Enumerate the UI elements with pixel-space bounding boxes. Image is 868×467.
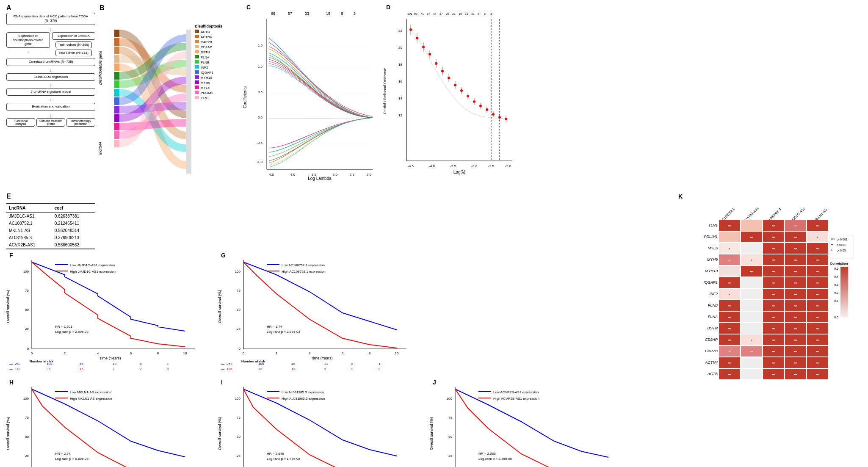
svg-text:Log-rank p = 2.48e-05: Log-rank p = 2.48e-05 bbox=[478, 457, 512, 461]
svg-text:0: 0 bbox=[351, 367, 354, 371]
svg-text:6: 6 bbox=[342, 351, 344, 355]
svg-text:FLNB: FLNB bbox=[708, 303, 718, 307]
svg-text:**: ** bbox=[750, 351, 753, 354]
svg-text:Correlation: Correlation bbox=[830, 262, 848, 265]
svg-text:HR = 1.74: HR = 1.74 bbox=[267, 325, 282, 329]
svg-text:20: 20 bbox=[398, 46, 402, 50]
svg-text:0.1: 0.1 bbox=[834, 299, 838, 302]
panel-j-svg: J Overall survival (%) Time (Years) 0 25… bbox=[428, 379, 639, 467]
svg-text:71: 71 bbox=[420, 12, 424, 15]
svg-text:***: *** bbox=[794, 305, 797, 308]
svg-text:8: 8 bbox=[157, 351, 159, 355]
svg-text:***: *** bbox=[794, 271, 797, 274]
svg-text:***: *** bbox=[794, 293, 797, 296]
svg-text:MYL6: MYL6 bbox=[201, 86, 210, 90]
svg-text:***: *** bbox=[794, 339, 797, 342]
svg-text:16: 16 bbox=[398, 80, 402, 83]
svg-text:***: *** bbox=[816, 293, 819, 296]
svg-text:Overall survival (%): Overall survival (%) bbox=[218, 417, 222, 450]
svg-text:*: * bbox=[751, 259, 752, 262]
svg-text:***: *** bbox=[794, 373, 797, 376]
svg-text:-4.0: -4.0 bbox=[429, 164, 435, 168]
svg-text:0.5: 0.5 bbox=[834, 267, 838, 270]
svg-text:Log-rank p = 1.45e-08: Log-rank p = 1.45e-08 bbox=[267, 457, 300, 461]
panel-b: B Disulfidoptosis gene lncRNA bbox=[97, 4, 241, 191]
svg-text:ACTN4: ACTN4 bbox=[201, 35, 212, 39]
svg-rect-4 bbox=[114, 38, 119, 46]
svg-text:13: 13 bbox=[465, 12, 468, 15]
svg-rect-195 bbox=[267, 264, 279, 265]
col-header-lncrna: LncRNA bbox=[6, 204, 52, 213]
svg-text:MYH10: MYH10 bbox=[705, 269, 718, 273]
svg-rect-39 bbox=[195, 80, 199, 84]
svg-text:0.3: 0.3 bbox=[834, 283, 838, 286]
lncrna-name-3: MKLN1-AS bbox=[6, 227, 52, 234]
svg-text:p<0.05: p<0.05 bbox=[837, 249, 846, 252]
svg-text:3: 3 bbox=[354, 11, 356, 16]
svg-text:HR = 1.501: HR = 1.501 bbox=[55, 325, 72, 329]
svg-text:IQGAP1: IQGAP1 bbox=[703, 280, 718, 285]
svg-text:0: 0 bbox=[239, 347, 241, 351]
svg-text:Disulfidoptosis gene: Disulfidoptosis gene bbox=[98, 51, 102, 85]
svg-rect-232 bbox=[55, 391, 68, 392]
table-row: AC108752.1 0.212465411 bbox=[6, 220, 95, 227]
svg-text:***: *** bbox=[794, 316, 797, 319]
svg-text:***: *** bbox=[728, 373, 731, 376]
svg-rect-19 bbox=[195, 30, 199, 33]
svg-text:32: 32 bbox=[258, 367, 262, 371]
svg-text:FLNA: FLNA bbox=[708, 315, 718, 319]
svg-text:0.0: 0.0 bbox=[258, 116, 263, 119]
svg-text:***: *** bbox=[772, 282, 775, 285]
svg-text:-3.5: -3.5 bbox=[310, 173, 316, 177]
svg-text:Log Lambda: Log Lambda bbox=[308, 176, 332, 181]
svg-text:Disulfidoptosis: Disulfidoptosis bbox=[195, 24, 222, 28]
panel-c-svg: C 96 57 33 15 8 3 Coefficients Log Lambd… bbox=[241, 4, 381, 191]
svg-rect-23 bbox=[195, 40, 199, 43]
svg-text:100: 100 bbox=[235, 270, 241, 274]
svg-point-109 bbox=[409, 28, 412, 31]
svg-text:75: 75 bbox=[448, 416, 452, 420]
svg-text:75: 75 bbox=[237, 416, 240, 420]
svg-text:-2.5: -2.5 bbox=[488, 164, 494, 168]
panel-e-label: E bbox=[6, 193, 11, 200]
svg-text:G: G bbox=[221, 252, 226, 259]
svg-text:***: *** bbox=[794, 328, 797, 331]
svg-text:2: 2 bbox=[140, 367, 142, 371]
svg-rect-17 bbox=[186, 30, 191, 174]
svg-text:0: 0 bbox=[27, 347, 29, 351]
svg-text:50: 50 bbox=[237, 435, 240, 439]
svg-text:CAPZB: CAPZB bbox=[201, 40, 212, 44]
svg-text:FLNA: FLNA bbox=[201, 55, 210, 59]
svg-text:***: *** bbox=[794, 362, 797, 365]
svg-text:***: *** bbox=[831, 238, 835, 241]
svg-text:-4.5: -4.5 bbox=[268, 173, 274, 177]
svg-rect-269 bbox=[267, 391, 279, 392]
lncrna-name-2: AC108752.1 bbox=[6, 220, 52, 227]
svg-rect-356 bbox=[741, 243, 762, 254]
svg-text:0: 0 bbox=[379, 367, 381, 371]
svg-text:***: *** bbox=[772, 248, 775, 251]
svg-text:7: 7 bbox=[113, 367, 115, 371]
svg-text:50: 50 bbox=[448, 435, 452, 439]
svg-rect-15 bbox=[114, 131, 119, 139]
table-row: MKLN1-AS 0.562048314 bbox=[6, 227, 95, 234]
svg-text:PDLIM1: PDLIM1 bbox=[704, 235, 718, 239]
svg-text:High ACVR2B-AS1 expression: High ACVR2B-AS1 expression bbox=[493, 397, 539, 401]
svg-text:High MKLN1-AS expression: High MKLN1-AS expression bbox=[70, 397, 112, 401]
left-bottom: E LncRNA coef JMJD1C-AS1 0.626387381 bbox=[4, 193, 673, 455]
svg-text:*: * bbox=[817, 236, 818, 239]
svg-text:***: *** bbox=[816, 339, 819, 342]
survival-row-2: H Overall survival (%) Time (Years) 0 25… bbox=[4, 379, 673, 467]
svg-text:*: * bbox=[831, 249, 832, 252]
svg-text:Log-rank p = 5.60e-08: Log-rank p = 5.60e-08 bbox=[55, 457, 88, 461]
svg-text:57: 57 bbox=[288, 11, 292, 16]
svg-rect-459 bbox=[741, 357, 762, 368]
table-row: AL031985.3 0.376906213 bbox=[6, 234, 95, 241]
svg-text:Low AC108752.1 expression: Low AC108752.1 expression bbox=[282, 263, 325, 267]
svg-text:15: 15 bbox=[459, 12, 462, 15]
svg-text:ACTB: ACTB bbox=[201, 30, 210, 34]
svg-point-127 bbox=[467, 95, 469, 97]
svg-text:HR = 2.085: HR = 2.085 bbox=[478, 452, 496, 456]
svg-text:ACTN4: ACTN4 bbox=[705, 360, 718, 365]
svg-text:18: 18 bbox=[398, 63, 402, 66]
